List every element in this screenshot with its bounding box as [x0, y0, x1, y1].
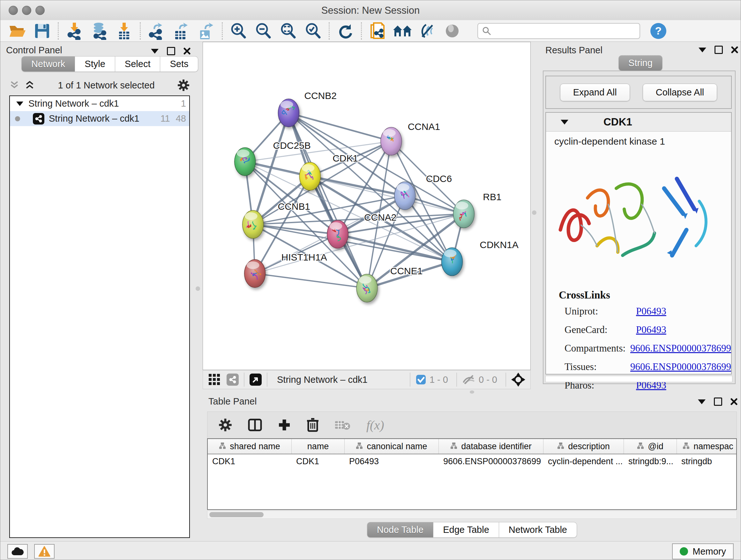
enhanced-graphics-button[interactable]: [415, 21, 440, 41]
network-node-ccne1[interactable]: [356, 274, 378, 302]
results-scroll-strip[interactable]: [545, 376, 732, 382]
column-header-canonical-name[interactable]: canonical name: [345, 439, 439, 454]
selected-checkbox-icon[interactable]: [415, 374, 426, 385]
close-panel-icon[interactable]: [731, 46, 738, 53]
column-header-name[interactable]: name: [292, 439, 345, 454]
zoom-out-button[interactable]: [251, 21, 276, 41]
vertical-splitter-handle[interactable]: [196, 287, 200, 291]
table-settings-gear-icon[interactable]: [218, 418, 232, 432]
collapse-all-button[interactable]: Collapse All: [643, 84, 718, 101]
network-canvas[interactable]: CCNB2CCNA1CDC25BCDK1CDC6RB1CCNB1CCNA2CDK…: [203, 42, 531, 370]
tab-node-table[interactable]: Node Table: [367, 522, 433, 538]
save-session-button[interactable]: [30, 21, 55, 41]
network-node-ccnb1[interactable]: [243, 210, 264, 239]
network-node-ccnb2[interactable]: [278, 99, 299, 127]
horizontal-splitter-handle[interactable]: [470, 390, 474, 394]
collapse-all-icon[interactable]: [9, 80, 20, 90]
refresh-button[interactable]: [333, 21, 358, 41]
zoom-fit-button[interactable]: [276, 21, 300, 41]
network-node-cdc6[interactable]: [394, 182, 415, 210]
import-network-database-button[interactable]: [87, 21, 112, 41]
table-cell[interactable]: CDK1: [292, 454, 345, 469]
toolbar-separator: [140, 22, 141, 40]
network-graph[interactable]: CCNB2CCNA1CDC25BCDK1CDC6RB1CCNB1CCNA2CDK…: [203, 42, 530, 370]
import-table-button[interactable]: [112, 21, 137, 41]
zoom-in-button[interactable]: [226, 21, 251, 41]
delete-column-icon[interactable]: [307, 418, 319, 432]
tab-style[interactable]: Style: [75, 56, 115, 72]
column-header-namespac[interactable]: namespac: [677, 439, 737, 454]
network-node-ccna2[interactable]: [327, 220, 348, 248]
network-node-hist1h1a[interactable]: [245, 260, 266, 288]
network-from-file-button[interactable]: [365, 21, 390, 41]
float-panel-icon[interactable]: [714, 397, 722, 406]
network-row-selected[interactable]: String Network – cdk1 11 48: [10, 111, 189, 126]
export-network-button[interactable]: [144, 21, 169, 41]
fit-selected-icon[interactable]: [511, 373, 525, 387]
close-panel-icon[interactable]: [184, 48, 191, 55]
gene-entry-header[interactable]: CDK1: [546, 113, 731, 132]
collapse-entry-icon[interactable]: [561, 120, 568, 125]
panel-menu-icon[interactable]: [151, 49, 158, 54]
open-session-button[interactable]: [5, 21, 30, 41]
table-cell[interactable]: stringdb:9...: [624, 454, 677, 469]
table-row[interactable]: CDK1CDK1P064939606.ENSP00000378699cyclin…: [208, 454, 736, 469]
hidden-eye-icon[interactable]: [462, 374, 475, 385]
float-panel-icon[interactable]: [167, 47, 175, 55]
column-header-shared-name[interactable]: shared name: [208, 439, 292, 454]
tab-network[interactable]: Network: [21, 56, 75, 72]
panel-menu-icon[interactable]: [698, 399, 705, 404]
tab-select[interactable]: Select: [115, 56, 160, 72]
sphere-button[interactable]: [440, 21, 465, 41]
export-image-button[interactable]: [194, 21, 219, 41]
column-header-description[interactable]: description: [543, 439, 624, 454]
network-edge[interactable]: [255, 273, 367, 288]
table-cell[interactable]: CDK1: [208, 454, 292, 469]
gear-icon[interactable]: [177, 79, 190, 91]
add-column-icon[interactable]: [278, 418, 291, 432]
column-header--id[interactable]: @id: [624, 439, 677, 454]
table-cell[interactable]: 9606.ENSP00000378699: [439, 454, 543, 469]
table-cell[interactable]: P06493: [345, 454, 439, 469]
memory-button[interactable]: Memory: [672, 543, 734, 559]
table-cell[interactable]: stringdb: [677, 454, 737, 469]
cloud-status-button[interactable]: [7, 544, 28, 559]
birdseye-toggle-icon[interactable]: [250, 374, 262, 386]
panel-menu-icon[interactable]: [698, 48, 706, 52]
zoom-selected-button[interactable]: [300, 21, 326, 41]
expand-all-icon[interactable]: [24, 80, 36, 90]
crosslink-link[interactable]: P06493: [636, 306, 666, 317]
network-node-rb1[interactable]: [453, 200, 474, 228]
tab-network-table[interactable]: Network Table: [499, 522, 577, 538]
tab-string[interactable]: String: [618, 55, 663, 71]
import-network-file-button[interactable]: [62, 21, 87, 41]
table-cell[interactable]: cyclin-dependent ...: [543, 454, 624, 469]
network-node-cdkn1a[interactable]: [442, 248, 463, 276]
tab-sets[interactable]: Sets: [160, 56, 198, 72]
grid-view-icon[interactable]: [208, 373, 221, 386]
crosslink-link[interactable]: 9606.ENSP00000378699: [630, 361, 731, 373]
float-panel-icon[interactable]: [715, 46, 723, 54]
close-panel-icon[interactable]: [731, 398, 738, 405]
string-home-button[interactable]: [390, 21, 415, 41]
crosslink-link[interactable]: 9606.ENSP00000378699: [630, 343, 731, 354]
export-table-button[interactable]: [169, 21, 194, 41]
crosslink-link[interactable]: P06493: [636, 324, 666, 335]
column-header-database-identifier[interactable]: database identifier: [439, 439, 543, 454]
expand-collection-icon[interactable]: [16, 102, 23, 106]
export-image-icon: [198, 22, 215, 40]
network-node-ccna1[interactable]: [381, 127, 402, 155]
vertical-splitter-handle[interactable]: [532, 210, 536, 215]
network-collection-row[interactable]: String Network – cdk1 1: [10, 96, 189, 111]
expand-all-button[interactable]: Expand All: [560, 84, 630, 101]
tab-edge-table[interactable]: Edge Table: [433, 522, 499, 538]
search-input[interactable]: [477, 23, 640, 39]
table-horizontal-scrollbar[interactable]: [207, 510, 737, 519]
network-badge-icon[interactable]: [226, 374, 239, 386]
network-node-cdk1[interactable]: [299, 162, 320, 190]
warning-status-button[interactable]: [34, 544, 55, 559]
scrollbar-thumb[interactable]: [209, 512, 264, 517]
network-node-cdc25b[interactable]: [234, 147, 256, 176]
help-button[interactable]: ?: [650, 22, 667, 40]
show-columns-icon[interactable]: [248, 418, 262, 432]
